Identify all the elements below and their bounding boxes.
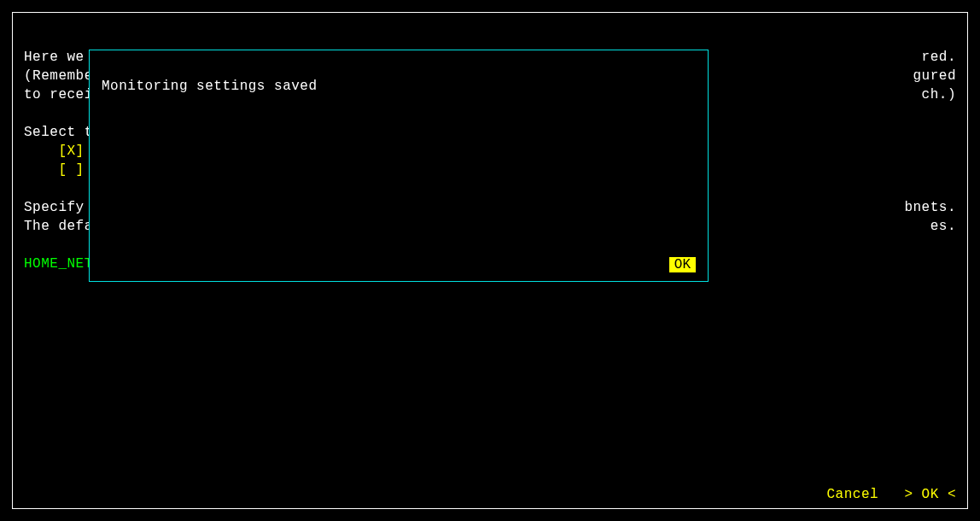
bg-text-left: Here we	[24, 48, 85, 67]
home-net-label: HOME_NET	[24, 255, 93, 273]
bg-text-right: bnets.	[904, 198, 956, 217]
bg-text-left: Specify	[24, 198, 85, 217]
cancel-button[interactable]: Cancel	[826, 487, 878, 502]
checkbox-checked[interactable]: [X]	[24, 142, 85, 161]
bg-text-left: Select t	[24, 123, 93, 142]
dialog-message: Monitoring settings saved	[102, 77, 318, 96]
bg-text-right: es.	[930, 217, 956, 236]
dialog-ok-button[interactable]: OK	[669, 257, 696, 272]
footer-gap	[878, 487, 904, 502]
bg-text-right: gured	[913, 67, 956, 85]
bg-text-right: red.	[922, 48, 956, 67]
confirmation-dialog: Monitoring settings saved OK	[89, 50, 709, 282]
bg-text-right: ch.)	[922, 85, 956, 104]
bg-text-left: (Remembe	[24, 67, 93, 85]
footer-buttons: Cancel > OK <	[826, 485, 956, 504]
bg-text-left: The defa	[24, 217, 93, 236]
checkbox-unchecked[interactable]: [ ]	[24, 161, 85, 179]
bg-text-left: to recei	[24, 85, 93, 104]
ok-button[interactable]: > OK <	[904, 487, 956, 502]
